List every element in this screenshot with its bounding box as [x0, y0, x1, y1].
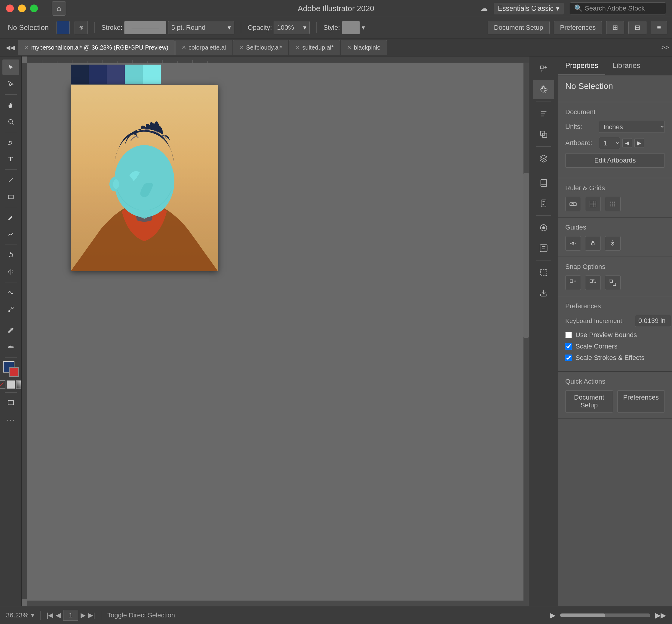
fill-none-icon[interactable]: [0, 380, 5, 389]
align-panel-button[interactable]: [533, 104, 554, 124]
horizontal-scrollbar[interactable]: [27, 601, 529, 606]
background-color[interactable]: [9, 367, 19, 377]
tab-mypersonalicon[interactable]: ✕ mypersonalicon.ai* @ 36.23% (RGB/GPU P…: [18, 40, 175, 55]
tab-libraries[interactable]: Libraries: [605, 56, 647, 75]
tabs-overflow-button[interactable]: >>: [661, 44, 669, 51]
tab-colorpalette[interactable]: ✕ colorpalette.ai: [175, 40, 232, 55]
zoom-chevron-icon[interactable]: ▾: [31, 612, 34, 619]
eyedropper-tool-button[interactable]: [2, 322, 19, 338]
reflect-tool-button[interactable]: [2, 264, 19, 280]
toolbar-fill-color[interactable]: [56, 21, 70, 34]
play-icon[interactable]: ▶: [550, 611, 555, 620]
last-page-icon[interactable]: ▶|: [88, 612, 95, 619]
fill-solid-icon[interactable]: [7, 380, 15, 389]
help-icon[interactable]: ☁: [480, 4, 488, 12]
ruler-icon-button[interactable]: [565, 197, 581, 211]
grid-icon-button[interactable]: [585, 197, 601, 211]
vertical-scrollbar[interactable]: [523, 63, 529, 606]
tab-properties[interactable]: Properties: [558, 56, 605, 75]
prev-page-icon[interactable]: ◀: [56, 612, 61, 619]
canvas-area[interactable]: [22, 56, 529, 606]
snap-grid-button[interactable]: [565, 276, 581, 290]
transform-panel-button[interactable]: [533, 59, 554, 79]
quick-document-setup-button[interactable]: Document Setup: [565, 390, 613, 413]
direct-selection-tool-button[interactable]: [2, 76, 19, 92]
style-chevron[interactable]: ▾: [362, 24, 365, 31]
artboard-select[interactable]: 1: [599, 137, 620, 149]
document-setup-button[interactable]: Document Setup: [488, 21, 550, 34]
first-page-icon[interactable]: |◀: [47, 612, 53, 619]
lock-guide-button[interactable]: [585, 236, 601, 251]
collapse-left-icon[interactable]: ◀◀: [3, 40, 18, 55]
fast-forward-icon[interactable]: ▶▶: [655, 611, 666, 620]
stroke-preview[interactable]: —————: [124, 21, 166, 34]
tab-close-icon-4[interactable]: ✕: [295, 44, 300, 51]
tab-close-icon-2[interactable]: ✕: [182, 44, 186, 51]
tab-blackpink[interactable]: ✕ blackpink:: [341, 40, 387, 55]
blend-tool-button[interactable]: [2, 302, 19, 317]
hand-tool-button[interactable]: [2, 97, 19, 113]
snap-custom-button[interactable]: [605, 276, 621, 290]
scale-corners-checkbox[interactable]: [565, 343, 572, 350]
use-preview-bounds-checkbox[interactable]: [565, 332, 572, 338]
more-icon[interactable]: ≡: [651, 21, 667, 34]
add-guide-button[interactable]: [565, 236, 581, 251]
warp-tool-button[interactable]: [2, 285, 19, 301]
appearance-panel-button[interactable]: [533, 218, 554, 237]
toolbar-fill-options[interactable]: ⊕: [75, 21, 88, 34]
tab-suitedup[interactable]: ✕ suitedup.ai*: [289, 40, 340, 55]
selection-tool-button[interactable]: [2, 59, 19, 75]
character-panel-button[interactable]: [533, 194, 554, 213]
measure-tool-button[interactable]: [2, 339, 19, 355]
artboard-panel-button[interactable]: [533, 263, 554, 282]
pen-tool-button[interactable]: [2, 135, 19, 150]
pathfinder-panel-button[interactable]: [533, 125, 554, 144]
page-input[interactable]: [63, 610, 78, 621]
distribute-icon[interactable]: ⊟: [628, 21, 646, 34]
edit-artboards-button[interactable]: Edit Artboards: [565, 153, 665, 167]
next-page-icon[interactable]: ▶: [81, 612, 86, 619]
fill-gradient-icon[interactable]: [16, 380, 22, 389]
tab-selfcloudy[interactable]: ✕ Selfcloudy.ai*: [233, 40, 289, 55]
home-button[interactable]: ⌂: [52, 1, 66, 16]
snap-point-button[interactable]: [585, 276, 601, 290]
swatch-navy[interactable]: [89, 64, 107, 84]
close-button[interactable]: [6, 4, 14, 12]
quick-preferences-button[interactable]: Preferences: [617, 390, 665, 413]
tab-close-icon[interactable]: ✕: [24, 44, 29, 51]
rotate-tool-button[interactable]: [2, 247, 19, 263]
clear-guide-button[interactable]: [605, 236, 621, 251]
minimize-button[interactable]: [18, 4, 26, 12]
image-trace-button[interactable]: [533, 238, 554, 258]
export-panel-button[interactable]: [533, 283, 554, 303]
type-tool-button[interactable]: T: [2, 151, 19, 167]
zoom-tool-button[interactable]: [2, 114, 19, 129]
arrange-icon[interactable]: ⊞: [606, 21, 624, 34]
swatch-light-teal[interactable]: [143, 64, 161, 84]
vertical-scroll-thumb[interactable]: [523, 173, 529, 338]
color-selector[interactable]: [3, 361, 19, 377]
opacity-select[interactable]: 100% ▾: [274, 21, 310, 34]
swatch-medium-navy[interactable]: [107, 64, 125, 84]
maximize-button[interactable]: [30, 4, 38, 12]
layers-panel-button[interactable]: [533, 149, 554, 168]
stroke-width-select[interactable]: 5 pt. Round ▾: [168, 21, 234, 34]
artboard-next-button[interactable]: ▶: [634, 138, 644, 148]
move-panel-button[interactable]: [533, 80, 554, 99]
tab-close-icon-5[interactable]: ✕: [347, 44, 351, 51]
preferences-button[interactable]: Preferences: [554, 21, 602, 34]
line-segment-tool-button[interactable]: [2, 172, 19, 188]
more-tools-button[interactable]: ···: [2, 412, 19, 427]
smooth-tool-button[interactable]: [2, 227, 19, 242]
workspace-selector[interactable]: Essentials Classic ▾: [494, 3, 564, 15]
rect-tool-button[interactable]: [2, 189, 19, 205]
pencil-tool-button[interactable]: [2, 210, 19, 225]
style-preview[interactable]: [342, 21, 360, 34]
brush-define-button[interactable]: [533, 173, 554, 192]
scale-strokes-effects-checkbox[interactable]: [565, 355, 572, 361]
dots-grid-icon-button[interactable]: [605, 197, 621, 211]
artboard-prev-button[interactable]: ◀: [622, 138, 632, 148]
keyboard-increment-input[interactable]: [635, 315, 671, 327]
search-stock-input[interactable]: 🔍 Search Adobe Stock: [570, 2, 666, 15]
swatch-dark-navy[interactable]: [71, 64, 89, 84]
